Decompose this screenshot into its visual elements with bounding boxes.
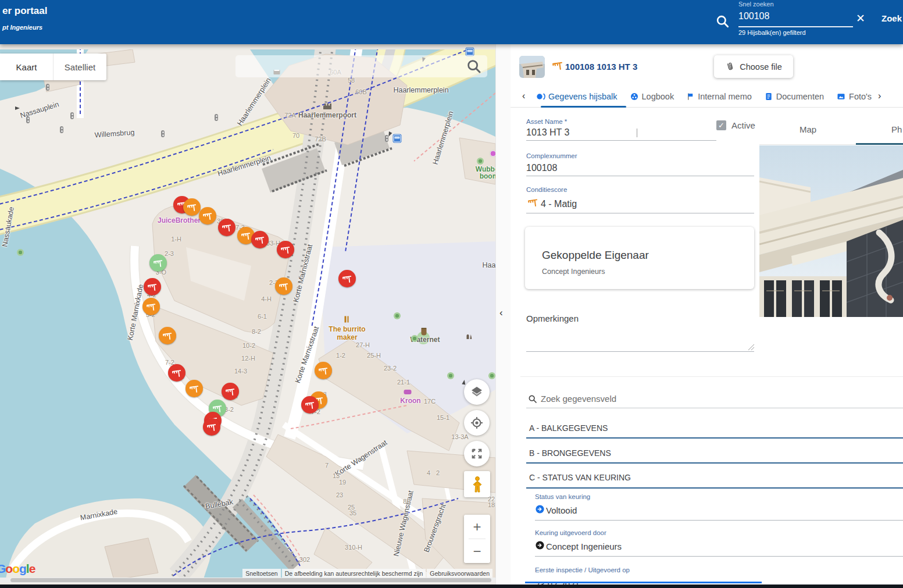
- zoom-out-button[interactable]: −: [464, 539, 490, 563]
- map-canvas[interactable]: NassaupleinWillemsbrugHaarlemmerpleinHaa…: [0, 44, 495, 588]
- building-number-label: 6-1: [258, 313, 267, 320]
- street-label: Haar: [482, 261, 495, 269]
- copyright-text: De afbeelding kan auteursrechtelijk besc…: [282, 569, 426, 578]
- map-search-icon[interactable]: [465, 58, 485, 75]
- car-icon: [404, 390, 412, 394]
- field-search-icon: [528, 394, 537, 406]
- textarea-resize-handle[interactable]: [748, 344, 754, 350]
- traffic-light-icon: [70, 112, 74, 119]
- complexnummer-input[interactable]: 100108: [526, 163, 557, 173]
- building-number-label: 2: [436, 469, 440, 476]
- panel-collapse-strip: ‹: [495, 44, 512, 588]
- collapse-panel-icon[interactable]: ‹: [499, 307, 503, 319]
- zoom-in-button[interactable]: +: [464, 515, 490, 539]
- opmerkingen-textarea[interactable]: [526, 351, 754, 352]
- active-checkbox-label: Active: [731, 120, 755, 130]
- building-number-label: 72B: [315, 136, 326, 142]
- tree-icon: [17, 249, 24, 256]
- building-number-label: 19: [339, 479, 346, 486]
- asset-name-input[interactable]: 1013 HT 3: [526, 127, 569, 138]
- building-number-label: 7: [325, 462, 329, 469]
- road-arrow-icon: [462, 380, 466, 385]
- clear-search-icon[interactable]: ✕: [856, 12, 865, 25]
- choose-file-label: Choose file: [740, 62, 782, 72]
- scrollbar-thumb[interactable]: [10, 578, 491, 582]
- asset-marker[interactable]: [218, 219, 235, 236]
- active-checkbox[interactable]: ✓: [716, 120, 726, 130]
- tabs-scroll-left-icon[interactable]: ‹: [522, 91, 525, 101]
- tab-internal-memo[interactable]: Internal memo: [686, 92, 752, 101]
- building-number-label: 23: [336, 491, 343, 498]
- asset-thumbnail[interactable]: [519, 56, 545, 78]
- map-type-satelliet-button[interactable]: Satelliet: [53, 54, 106, 80]
- street-label: Brouwersgracht: [422, 503, 447, 553]
- conditiescore-input[interactable]: 4 - Matig: [541, 199, 577, 209]
- asset-marker[interactable]: [277, 241, 294, 258]
- asset-marker[interactable]: [149, 254, 167, 272]
- top-header: er portaal pt Ingenieurs Snel zoeken 100…: [0, 0, 903, 44]
- building-number-label: 58: [348, 77, 355, 84]
- terms-link[interactable]: Gebruiksvoorwaarden: [427, 569, 492, 578]
- street-label: Nassaukade: [1, 206, 16, 248]
- tab-gegevens-hijsbalk[interactable]: Gegevens hijsbalk: [536, 92, 618, 101]
- asset-marker[interactable]: [203, 418, 220, 436]
- choose-file-button[interactable]: Choose file: [714, 55, 793, 78]
- hijsbalk-icon: [552, 59, 563, 73]
- map-horizontal-scrollbar[interactable]: [0, 578, 495, 583]
- poi-label[interactable]: The burrito: [329, 325, 365, 333]
- asset-marker[interactable]: [142, 298, 160, 315]
- poi-label[interactable]: boom: [480, 172, 495, 180]
- asset-marker[interactable]: [275, 277, 292, 295]
- active-tab-indicator: [541, 106, 626, 108]
- my-location-button[interactable]: [464, 410, 490, 436]
- asset-marker[interactable]: [301, 396, 319, 414]
- asset-marker[interactable]: [199, 207, 216, 224]
- tab-fotos[interactable]: Foto's: [836, 92, 872, 101]
- asset-photo[interactable]: [759, 145, 903, 317]
- asset-marker[interactable]: [183, 198, 201, 216]
- poi-label[interactable]: Haarlemmerpoort: [298, 111, 356, 119]
- poi-label[interactable]: maker: [337, 333, 357, 341]
- section-brongegevens[interactable]: B - BRONGEGEVENS: [529, 448, 611, 458]
- fullscreen-button[interactable]: [464, 441, 490, 466]
- asset-title: 100108 1013 HT 3: [565, 62, 637, 72]
- search-icon[interactable]: [715, 14, 730, 31]
- view-tab-map[interactable]: Map: [800, 124, 816, 134]
- asset-marker[interactable]: [159, 327, 176, 344]
- layers-button[interactable]: [464, 379, 490, 405]
- quick-search-underline: [738, 26, 853, 27]
- asset-marker[interactable]: [251, 231, 269, 248]
- building-number-label: 21-1: [397, 379, 410, 386]
- street-label: Haarlemmerplein: [235, 76, 273, 127]
- owner-card[interactable]: Gekoppelde Eigenaar Concept Ingenieurs: [525, 227, 754, 289]
- quick-search-label: Snel zoeken: [738, 1, 774, 8]
- asset-marker[interactable]: [168, 364, 185, 382]
- map-type-kaart-button[interactable]: Kaart: [0, 54, 53, 80]
- asset-marker[interactable]: [222, 383, 239, 400]
- asset-marker[interactable]: [338, 270, 356, 287]
- view-tab-photo[interactable]: Ph: [891, 124, 902, 134]
- poi-label[interactable]: JuiceBrother: [158, 216, 201, 224]
- tree-icon: [447, 372, 454, 379]
- asset-marker[interactable]: [315, 362, 332, 379]
- shortcuts-link[interactable]: Sneltoetsen: [242, 569, 280, 578]
- quick-search-input[interactable]: 100108: [738, 11, 769, 22]
- tab-logbook[interactable]: Logbook: [630, 92, 674, 101]
- pegman-control[interactable]: [464, 471, 490, 497]
- road-arrow-icon: [387, 131, 392, 137]
- bus-icon: [394, 135, 401, 142]
- inspector-input[interactable]: Concept Ingenieurs: [546, 541, 622, 551]
- traffic-light-icon: [26, 116, 30, 123]
- tabs-scroll-right-icon[interactable]: ›: [878, 91, 881, 101]
- section-balkgegevens[interactable]: A - BALKGEGEVENS: [529, 423, 608, 433]
- field-search-input[interactable]: Zoek gegevensveld: [541, 394, 616, 404]
- search-button[interactable]: Zoek: [881, 13, 902, 23]
- status-input[interactable]: Voltooid: [546, 505, 577, 515]
- building-number-label: 60B: [355, 88, 367, 95]
- asset-marker[interactable]: [144, 278, 161, 295]
- tab-documenten[interactable]: Documenten: [764, 92, 824, 101]
- asset-marker[interactable]: [185, 380, 203, 397]
- section-status-van-keuring[interactable]: C - STATUS VAN KEURING: [529, 473, 631, 482]
- poi-label[interactable]: Kroon: [400, 397, 420, 405]
- traffic-light-icon: [46, 84, 49, 91]
